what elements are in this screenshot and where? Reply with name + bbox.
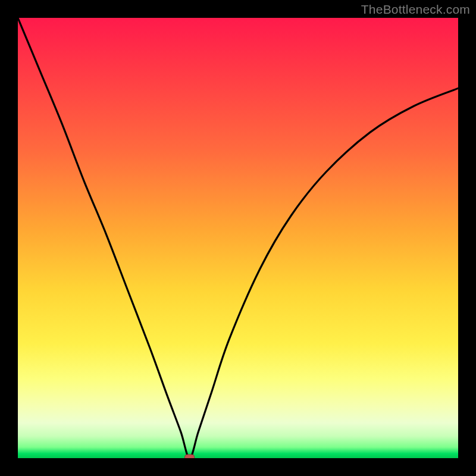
chart-frame: TheBottleneck.com <box>0 0 476 476</box>
plot-area <box>18 18 458 458</box>
min-marker <box>185 455 195 458</box>
bottleneck-curve <box>18 18 458 458</box>
curve-layer <box>18 18 458 458</box>
curve-path <box>18 18 458 458</box>
watermark-text: TheBottleneck.com <box>361 2 470 17</box>
marker-rect <box>185 455 195 458</box>
